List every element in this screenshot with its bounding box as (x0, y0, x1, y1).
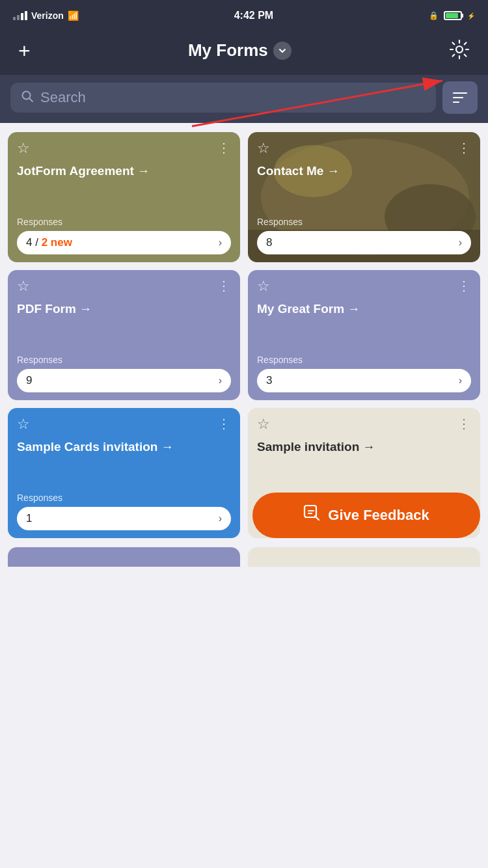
svg-point-0 (456, 46, 463, 53)
wifi-icon: 📶 (68, 10, 79, 21)
feedback-icon (303, 504, 321, 526)
forms-grid: ☆ ⋮ JotForm Agreement → Responses 4 / 2 … (0, 123, 488, 547)
signal-bars (13, 11, 27, 20)
favorite-star-4[interactable]: ☆ (257, 279, 270, 293)
page-title: My Forms (188, 40, 268, 61)
response-count-5: 1 (26, 512, 32, 525)
search-icon (21, 90, 34, 106)
responses-pill-4[interactable]: 3 › (257, 369, 471, 392)
partial-card-right (248, 547, 480, 567)
responses-pill-5[interactable]: 1 › (17, 507, 231, 530)
give-feedback-label: Give Feedback (328, 507, 429, 524)
more-options-1[interactable]: ⋮ (217, 141, 231, 154)
sort-icon (452, 90, 468, 105)
form-card-5[interactable]: ☆ ⋮ Sample Cards invitation → Responses … (8, 408, 240, 538)
pill-arrow-2: › (459, 237, 462, 249)
form-title-2: Contact Me → (257, 163, 471, 205)
form-card-4[interactable]: ☆ ⋮ My Great Form → Responses 3 › (248, 270, 480, 400)
response-count-2: 8 (266, 236, 272, 249)
response-count-1: 4 / 2 new (26, 236, 72, 249)
lock-icon: 🔒 (429, 11, 439, 20)
responses-label-3: Responses (17, 355, 231, 365)
charging-icon: ⚡ (467, 12, 475, 20)
give-feedback-button[interactable]: Give Feedback (252, 493, 480, 538)
status-bar: Verizon 📶 4:42 PM 🔒 ⚡ (0, 0, 488, 29)
form-card-2[interactable]: ☆ ⋮ Contact Me → Responses 8 › (248, 132, 480, 262)
favorite-star-5[interactable]: ☆ (17, 417, 30, 431)
form-card-3[interactable]: ☆ ⋮ PDF Form → Responses 9 › (8, 270, 240, 400)
form-title-1: JotForm Agreement → (17, 163, 231, 205)
form-card-6[interactable]: ☆ ⋮ Sample invitation → Give Feedback (248, 408, 480, 538)
more-options-3[interactable]: ⋮ (217, 279, 231, 292)
form-title-4: My Great Form → (257, 301, 471, 343)
settings-button[interactable] (446, 36, 472, 64)
responses-label-4: Responses (257, 355, 471, 365)
pill-arrow-4: › (459, 375, 462, 387)
pill-arrow-3: › (219, 375, 222, 387)
responses-label-1: Responses (17, 217, 231, 227)
gear-icon (449, 39, 470, 60)
forms-section: ☆ ⋮ JotForm Agreement → Responses 4 / 2 … (0, 123, 488, 547)
search-input[interactable] (40, 89, 426, 106)
more-options-5[interactable]: ⋮ (217, 417, 231, 430)
search-bar (0, 75, 488, 123)
status-time: 4:42 PM (234, 10, 273, 21)
feedback-pencil-icon (303, 504, 321, 522)
responses-pill-3[interactable]: 9 › (17, 369, 231, 392)
more-options-4[interactable]: ⋮ (457, 279, 471, 292)
app-header: + My Forms (0, 29, 488, 75)
favorite-star-1[interactable]: ☆ (17, 141, 30, 156)
chevron-down-icon (278, 46, 287, 55)
responses-label-5: Responses (17, 493, 231, 503)
favorite-star-2[interactable]: ☆ (257, 141, 270, 156)
response-count-3: 9 (26, 374, 32, 387)
partial-cards-row (0, 547, 488, 567)
form-title-3: PDF Form → (17, 301, 231, 343)
add-form-button[interactable]: + (16, 38, 33, 64)
carrier-info: Verizon 📶 (13, 10, 79, 21)
search-input-container[interactable] (10, 83, 436, 113)
response-count-4: 3 (266, 374, 272, 387)
responses-label-2: Responses (257, 217, 471, 227)
responses-pill-2[interactable]: 8 › (257, 231, 471, 254)
battery-fill (446, 13, 458, 18)
pill-arrow-1: › (219, 237, 222, 249)
form-title-5: Sample Cards invitation → (17, 439, 231, 481)
carrier-name: Verizon (31, 10, 64, 21)
battery-indicator (444, 11, 462, 20)
form-card-1[interactable]: ☆ ⋮ JotForm Agreement → Responses 4 / 2 … (8, 132, 240, 262)
responses-pill-1[interactable]: 4 / 2 new › (17, 231, 231, 254)
more-options-2[interactable]: ⋮ (457, 141, 471, 154)
dropdown-chevron[interactable] (273, 42, 291, 60)
favorite-star-3[interactable]: ☆ (17, 279, 30, 293)
status-right: 🔒 ⚡ (429, 11, 475, 20)
favorite-star-6[interactable]: ☆ (257, 417, 270, 431)
partial-card-left (8, 547, 240, 567)
sort-button[interactable] (442, 81, 478, 114)
new-badge-1: 2 new (42, 236, 72, 249)
more-options-6[interactable]: ⋮ (457, 417, 471, 430)
svg-line-4 (29, 98, 33, 102)
header-title-group: My Forms (188, 40, 291, 61)
pill-arrow-5: › (219, 513, 222, 524)
